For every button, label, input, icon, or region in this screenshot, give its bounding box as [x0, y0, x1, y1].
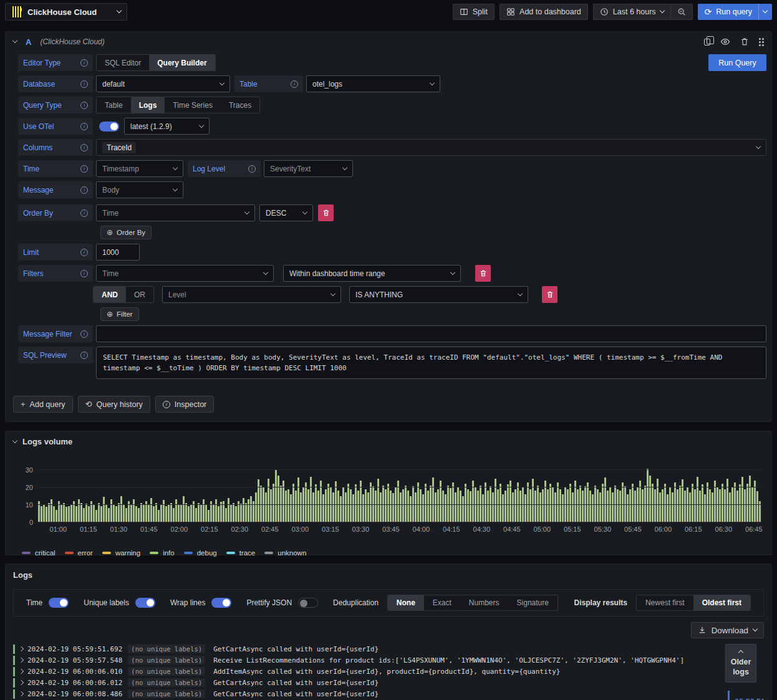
- condition-or[interactable]: OR: [126, 287, 153, 302]
- condition-field-select[interactable]: Level: [162, 286, 341, 303]
- limit-input[interactable]: 1000: [96, 244, 140, 261]
- query-type-option-traces[interactable]: Traces: [221, 97, 259, 113]
- log-row[interactable]: 2024-02-19 05:59:57.548(no unique labels…: [13, 654, 764, 666]
- legend-item-debug[interactable]: debug: [184, 549, 217, 557]
- drag-handle-icon[interactable]: [759, 38, 764, 46]
- remove-condition-button[interactable]: [542, 286, 557, 303]
- dedup-none[interactable]: None: [388, 595, 424, 610]
- info-icon[interactable]: i: [80, 330, 88, 338]
- info-icon[interactable]: i: [80, 165, 88, 173]
- info-icon[interactable]: i: [80, 249, 88, 256]
- legend-item-error[interactable]: error: [65, 549, 93, 557]
- query-type-option-timeseries[interactable]: Time Series: [165, 97, 221, 113]
- info-icon[interactable]: i: [80, 102, 88, 109]
- use-otel-toggle[interactable]: [99, 122, 119, 132]
- log-timestamp: 2024-02-19 06:00:06.012: [27, 679, 122, 687]
- logs-volume-panel: Logs volume 0102030 01:0001:1501:3001:45…: [5, 431, 772, 555]
- older-logs-button[interactable]: Older logs: [725, 644, 756, 683]
- gridline: [38, 469, 761, 470]
- add-to-dashboard-button[interactable]: Add to dashboard: [500, 4, 588, 20]
- condition-operator-select[interactable]: IS ANYTHING: [349, 286, 528, 303]
- expand-log-icon[interactable]: [19, 646, 24, 651]
- unique-labels-toggle[interactable]: [135, 598, 155, 608]
- message-column-select[interactable]: Body: [96, 181, 183, 198]
- remove-filter-button[interactable]: [475, 265, 491, 282]
- log-row[interactable]: 2024-02-19 06:00:06.010(no unique labels…: [13, 666, 764, 677]
- info-icon[interactable]: i: [80, 209, 88, 217]
- query-type-option-logs[interactable]: Logs: [131, 97, 165, 113]
- add-query-button[interactable]: + Add query: [13, 396, 73, 413]
- info-icon[interactable]: i: [80, 270, 88, 277]
- legend-item-unknown[interactable]: unknown: [264, 549, 306, 557]
- query-type-option-table[interactable]: Table: [97, 97, 131, 113]
- dedup-numbers[interactable]: Numbers: [460, 595, 508, 610]
- toggle-visibility-icon[interactable]: [720, 37, 730, 47]
- query-ref-id: A: [26, 37, 31, 47]
- history-icon: ⟲: [85, 400, 92, 408]
- info-icon[interactable]: i: [80, 186, 88, 194]
- legend-item-info[interactable]: info: [150, 549, 175, 557]
- order-by-field-select[interactable]: Time: [96, 204, 255, 221]
- editor-type-option-builder[interactable]: Query Builder: [149, 55, 215, 70]
- expand-log-icon[interactable]: [19, 669, 24, 674]
- log-row[interactable]: 2024-02-19 06:00:06.012(no unique labels…: [13, 677, 764, 688]
- remove-query-icon[interactable]: [740, 37, 749, 46]
- otel-version-select[interactable]: latest (1.2.9): [124, 118, 210, 135]
- editor-type-option-sql[interactable]: SQL Editor: [97, 55, 149, 70]
- column-chip[interactable]: TraceId: [102, 142, 136, 153]
- log-labels-badge: (no unique labels): [128, 689, 205, 698]
- info-icon[interactable]: i: [291, 80, 298, 88]
- info-icon[interactable]: i: [80, 352, 88, 359]
- wrap-lines-toggle[interactable]: [211, 598, 231, 608]
- run-query-editor-button[interactable]: Run Query: [708, 54, 766, 71]
- zoom-out-time-button[interactable]: [670, 4, 693, 20]
- log-row[interactable]: 2024-02-19 06:00:08.486(no unique labels…: [13, 688, 764, 699]
- duplicate-query-icon[interactable]: [704, 39, 710, 46]
- run-query-button[interactable]: ⟳ Run query: [698, 4, 758, 20]
- legend-item-warning[interactable]: warning: [102, 549, 140, 557]
- info-icon[interactable]: i: [80, 144, 88, 151]
- log-row[interactable]: 2024-02-19 05:59:51.692(no unique labels…: [13, 643, 764, 654]
- filter-field-select[interactable]: Time: [96, 265, 274, 282]
- legend-item-critical[interactable]: critical: [22, 549, 56, 557]
- order-by-direction-select[interactable]: DESC: [259, 204, 313, 221]
- info-icon[interactable]: i: [248, 165, 256, 173]
- x-tick-label: 03:00: [292, 525, 309, 533]
- time-range-picker[interactable]: Last 6 hours: [593, 4, 670, 20]
- filter-operator-select[interactable]: Within dashboard time range: [283, 265, 461, 282]
- collapse-logs-volume-icon[interactable]: [12, 438, 17, 443]
- prettify-json-toggle[interactable]: [298, 598, 318, 608]
- legend-item-trace[interactable]: trace: [226, 549, 256, 557]
- time-column-select[interactable]: Timestamp: [96, 160, 183, 177]
- add-order-by-button[interactable]: ⊕ Order By: [100, 226, 152, 239]
- log-level-bar: [13, 689, 15, 699]
- remove-order-by-button[interactable]: [318, 204, 334, 221]
- gridline: [38, 487, 761, 487]
- run-query-interval-dropdown[interactable]: [758, 4, 772, 20]
- condition-and[interactable]: AND: [94, 287, 126, 302]
- dedup-exact[interactable]: Exact: [424, 595, 460, 610]
- info-icon[interactable]: i: [80, 59, 88, 67]
- split-button[interactable]: Split: [453, 4, 495, 20]
- logs-controls: Time Unique labels Wrap lines Prettify J…: [13, 589, 764, 616]
- display-oldest-first[interactable]: Oldest first: [693, 595, 750, 610]
- table-select[interactable]: otel_logs: [306, 75, 440, 92]
- log-level-select[interactable]: SeverityText: [264, 160, 353, 177]
- message-filter-input[interactable]: [96, 325, 766, 342]
- download-button[interactable]: Download: [691, 622, 764, 638]
- add-filter-button[interactable]: ⊕ Filter: [100, 307, 139, 321]
- dedup-signature[interactable]: Signature: [508, 595, 557, 610]
- database-select[interactable]: default: [96, 75, 230, 92]
- inspector-button[interactable]: i Inspector: [155, 396, 214, 413]
- info-icon[interactable]: i: [80, 80, 88, 88]
- display-newest-first[interactable]: Newest first: [637, 595, 693, 610]
- expand-log-icon[interactable]: [19, 691, 24, 696]
- collapse-query-icon[interactable]: [12, 38, 17, 43]
- info-icon[interactable]: i: [80, 123, 88, 130]
- expand-log-icon[interactable]: [19, 658, 24, 663]
- datasource-picker[interactable]: ClickHouse Cloud: [5, 3, 127, 21]
- columns-multiselect[interactable]: TraceId: [96, 139, 766, 156]
- time-toggle[interactable]: [49, 598, 69, 608]
- expand-log-icon[interactable]: [19, 680, 24, 685]
- query-history-button[interactable]: ⟲ Query history: [78, 396, 150, 413]
